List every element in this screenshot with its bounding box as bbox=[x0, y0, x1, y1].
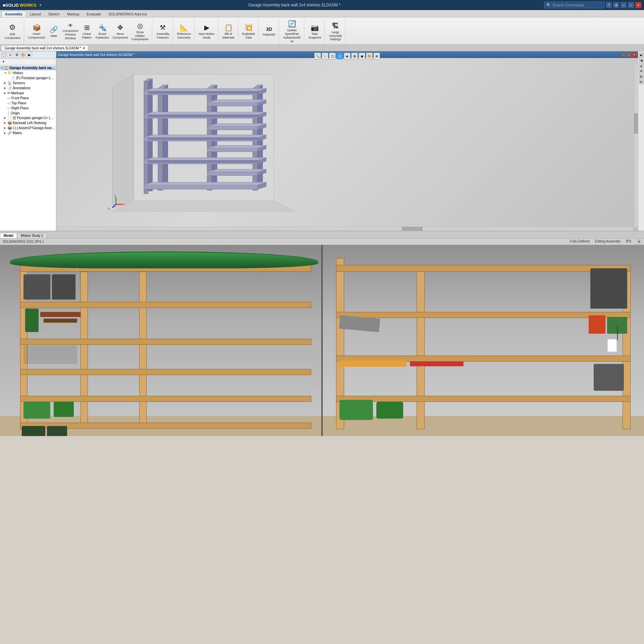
tab-assembly[interactable]: Assembly bbox=[1, 11, 26, 17]
smart-fasteners-button[interactable]: 🔩 SmartFasteners bbox=[94, 22, 110, 41]
tab-markup[interactable]: Markup bbox=[63, 11, 83, 17]
tree-item-origin[interactable]: ┤ Origin bbox=[0, 111, 56, 115]
ribbon-group-explode: 💥 ExplodedView bbox=[239, 19, 259, 44]
markups-label: Markups bbox=[11, 91, 24, 95]
component-preview-button[interactable]: 👁 ComponentPreviewWindow bbox=[61, 22, 80, 41]
tree-item-sensors[interactable]: ▶ 📡 Sensors bbox=[0, 80, 56, 86]
show-hidden-icon: ◎ bbox=[137, 22, 143, 30]
vertical-scrollbar[interactable] bbox=[634, 65, 638, 227]
horizontal-scrollbar[interactable] bbox=[56, 227, 633, 231]
bottom-tab-motion-study-1[interactable]: Motion Study 1 bbox=[17, 233, 47, 238]
rp-btn-3[interactable]: ▲ bbox=[639, 63, 644, 68]
origin-label: Origin bbox=[11, 111, 20, 115]
update-speedpak-icon: 🔄 bbox=[288, 20, 296, 28]
units-button[interactable]: ⊛ bbox=[637, 239, 641, 244]
vp-btn-view-orientation[interactable]: ◻ bbox=[329, 53, 336, 59]
viewport-minimize[interactable]: ─ bbox=[621, 52, 626, 57]
tab-evaluate[interactable]: Evaluate bbox=[83, 11, 105, 17]
take-snapshot-button[interactable]: 📷 TakeSnapshot bbox=[307, 22, 322, 41]
large-assembly-settings-button[interactable]: 🏗 LargeAssemblySettings bbox=[327, 22, 343, 41]
viewport-maximize[interactable]: □ bbox=[627, 52, 631, 57]
minimize-button[interactable]: ─ bbox=[621, 2, 627, 8]
tree-item-top-plane[interactable]: ▭ Top Plane bbox=[0, 101, 56, 106]
options-button[interactable]: ⚙ bbox=[613, 2, 619, 8]
vp-btn-hidden-lines[interactable]: ◈ bbox=[344, 53, 351, 59]
power-tool-1 bbox=[23, 402, 50, 419]
tree-item-assem3[interactable]: ▶ 📦 (-) [ Assem3^Garage Assembly back wa… bbox=[0, 125, 56, 130]
sw-version: SOLIDWORKS 2021 SP4.1 bbox=[3, 240, 44, 244]
vp-btn-shaded-edges[interactable]: ⊡ bbox=[336, 53, 343, 59]
bottom-tab-model[interactable]: Model bbox=[0, 233, 17, 238]
tree-item-annotations[interactable]: ▶ 📝 Annotations bbox=[0, 86, 56, 91]
edit-component-button[interactable]: ⚙ EditComponent bbox=[3, 22, 22, 41]
right-plane-label: Right Plane bbox=[11, 106, 29, 110]
backwall-arrow: ▶ bbox=[4, 121, 7, 124]
tree-btn-config[interactable]: ⚙ bbox=[14, 52, 19, 58]
tree-item-front-plane[interactable]: ▭ Front Plane bbox=[0, 96, 56, 101]
vp-btn-zoom-in-out[interactable]: ↕ bbox=[322, 53, 328, 59]
sensors-label: Sensors bbox=[13, 81, 25, 85]
vp-btn-display-options[interactable]: ⊗ bbox=[373, 53, 380, 59]
ribbon-group-reference-geometry: 📐 ReferenceGeometry bbox=[174, 19, 195, 44]
rp-btn-6[interactable]: ⊟ bbox=[639, 79, 644, 84]
move-component-button[interactable]: ✥ MoveComponent bbox=[111, 22, 129, 41]
bill-of-materials-button[interactable]: 📋 Bill ofMaterials bbox=[221, 22, 236, 41]
assembly-features-label: AssemblyFeatures bbox=[156, 32, 169, 40]
instant3d-button[interactable]: 3D Instant3D bbox=[261, 22, 277, 41]
feature-tree-content[interactable]: ▼ 🏠 Garage Assembly back wall 2x4 shelve… bbox=[0, 65, 56, 231]
shelf-items bbox=[23, 345, 77, 364]
tree-item-history[interactable]: ▼ 📁 History bbox=[0, 70, 56, 75]
main-area: 📋 ≡ ⚙ 🎨 ▶ ▾ ▼ 🏠 Garage Assembly back wal… bbox=[0, 51, 644, 231]
rp-btn-1[interactable]: ▶ bbox=[639, 53, 644, 57]
update-speedpak-button[interactable]: 🔄 UpdateSpeedPakSubassemblies bbox=[282, 22, 302, 41]
reference-geometry-button[interactable]: 📐 ReferenceGeometry bbox=[176, 22, 193, 41]
vp-btn-view-settings[interactable]: ◉ bbox=[359, 53, 365, 59]
close-button[interactable]: ✕ bbox=[635, 2, 641, 8]
restore-button[interactable]: □ bbox=[628, 2, 634, 8]
editing-mode: Editing Assembly bbox=[595, 239, 621, 244]
tab-layout[interactable]: Layout bbox=[26, 11, 45, 17]
vp-btn-appearance[interactable]: 🎨 bbox=[366, 53, 373, 59]
rp-btn-2[interactable]: ◀ bbox=[639, 58, 644, 63]
rp-btn-5[interactable]: ⊞ bbox=[639, 74, 644, 79]
sensors-icon: 📡 bbox=[7, 81, 12, 85]
search-box[interactable]: 🔍 Search Commands bbox=[544, 2, 604, 8]
tree-btn-properties[interactable]: ≡ bbox=[8, 52, 13, 58]
tree-item-backwall[interactable]: ▶ 📦 Backwall Left Shelving bbox=[0, 120, 56, 125]
viewport-close[interactable]: ✕ bbox=[632, 52, 637, 57]
mate-icon: 🔗 bbox=[50, 25, 58, 34]
linear-pattern-button[interactable]: ⊞ LinearPattern bbox=[80, 22, 94, 41]
vert-scroll-thumb[interactable] bbox=[634, 113, 638, 133]
svg-rect-36 bbox=[207, 148, 258, 152]
help-button[interactable]: ? bbox=[606, 2, 612, 8]
ribbon-group-asm-feat-buttons: ⚒ AssemblyFeatures bbox=[155, 19, 171, 44]
backwall-icon: 📦 bbox=[7, 121, 12, 125]
insert-components-button[interactable]: 📦 InsertComponents bbox=[27, 22, 47, 41]
viewport[interactable]: Garage Assembly back wall 2x4 shelves.SL… bbox=[56, 51, 638, 231]
tab-sketch[interactable]: Sketch bbox=[45, 11, 63, 17]
new-motion-study-button[interactable]: ▶ New MotionStudy bbox=[197, 22, 216, 41]
mate-label: Mate bbox=[51, 34, 57, 38]
exploded-view-button[interactable]: 💥 ExplodedView bbox=[241, 22, 256, 41]
vp-btn-zoom-to-fit[interactable]: 🔍 bbox=[314, 53, 321, 59]
assembly-features-button[interactable]: ⚒ AssemblyFeatures bbox=[155, 22, 171, 41]
tree-btn-tree[interactable]: 📋 bbox=[1, 52, 7, 58]
tree-item-floorplan-hist[interactable]: 📄 (F) Floorplan garage<1> (Default<<Def.… bbox=[0, 75, 56, 80]
mate-button[interactable]: 🔗 Mate bbox=[47, 22, 61, 41]
tree-item-mates[interactable]: ▶ 🔗 Mates bbox=[0, 130, 56, 136]
tree-item-markups[interactable]: ▶ ✏ Markups bbox=[0, 91, 56, 96]
tree-item-root[interactable]: ▼ 🏠 Garage Assembly back wall 2x4 shelve… bbox=[0, 65, 56, 70]
document-tabs: Garage Assembly back wall 2x4 shelves.SL… bbox=[0, 45, 644, 51]
tab-solidworks-addins[interactable]: SOLIDWORKS Add-Ins bbox=[105, 11, 151, 17]
tree-btn-more[interactable]: ▶ bbox=[27, 52, 32, 58]
vp-btn-section-view[interactable]: ⊞ bbox=[351, 53, 358, 59]
doc-tab-close-icon[interactable]: ✕ bbox=[83, 46, 85, 50]
rp-btn-4[interactable]: ▼ bbox=[639, 69, 644, 73]
tree-item-right-plane[interactable]: ▭ Right Plane bbox=[0, 106, 56, 111]
tree-item-floorplan2[interactable]: ▶ 📄 (f) Floorplan garage<1> (Default<<De… bbox=[0, 115, 56, 120]
doc-tab-main[interactable]: Garage Assembly back wall 2x4 shelves.SL… bbox=[1, 45, 88, 51]
tree-btn-display[interactable]: 🎨 bbox=[20, 52, 26, 58]
show-hidden-button[interactable]: ◎ ShowHiddenComponents bbox=[130, 22, 150, 41]
svg-marker-29 bbox=[144, 182, 266, 185]
horiz-scroll-thumb[interactable] bbox=[402, 227, 422, 230]
